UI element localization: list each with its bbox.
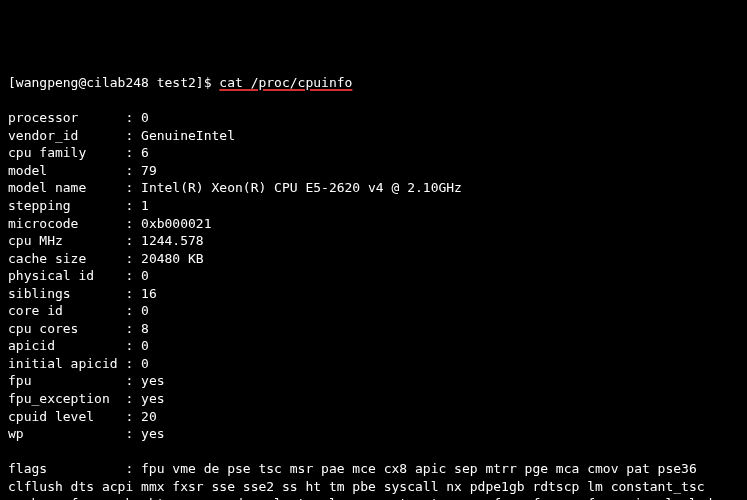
shell-prompt: [wangpeng@cilab248 test2]$ (8, 75, 219, 90)
cpuinfo-line: cpu MHz : 1244.578 (8, 232, 739, 250)
cpuinfo-output-top: processor : 0vendor_id : GenuineIntelcpu… (8, 109, 739, 442)
cpuinfo-line: apicid : 0 (8, 337, 739, 355)
flags-key: flags (8, 460, 125, 478)
cpuinfo-line: cpuid level : 20 (8, 408, 739, 426)
cpuinfo-line: microcode : 0xb000021 (8, 215, 739, 233)
cpuinfo-line: wp : yes (8, 425, 739, 443)
cpuinfo-line: fpu_exception : yes (8, 390, 739, 408)
cpuinfo-flags-block: flags: fpu vme de pse tsc msr pae mce cx… (8, 460, 739, 500)
cpuinfo-line: cpu cores : 8 (8, 320, 739, 338)
terminal-prompt-line: [wangpeng@cilab248 test2]$ cat /proc/cpu… (8, 74, 739, 92)
cpuinfo-line: model name : Intel(R) Xeon(R) CPU E5-262… (8, 179, 739, 197)
cpuinfo-line: cache size : 20480 KB (8, 250, 739, 268)
cpuinfo-line: physical id : 0 (8, 267, 739, 285)
cpuinfo-line: processor : 0 (8, 109, 739, 127)
typed-command: cat /proc/cpuinfo (219, 75, 352, 90)
cpuinfo-line: initial apicid : 0 (8, 355, 739, 373)
cpuinfo-line: stepping : 1 (8, 197, 739, 215)
cpuinfo-line: fpu : yes (8, 372, 739, 390)
cpuinfo-line: vendor_id : GenuineIntel (8, 127, 739, 145)
cpuinfo-line: model : 79 (8, 162, 739, 180)
cpuinfo-line: core id : 0 (8, 302, 739, 320)
cpuinfo-line: siblings : 16 (8, 285, 739, 303)
cpuinfo-line: cpu family : 6 (8, 144, 739, 162)
